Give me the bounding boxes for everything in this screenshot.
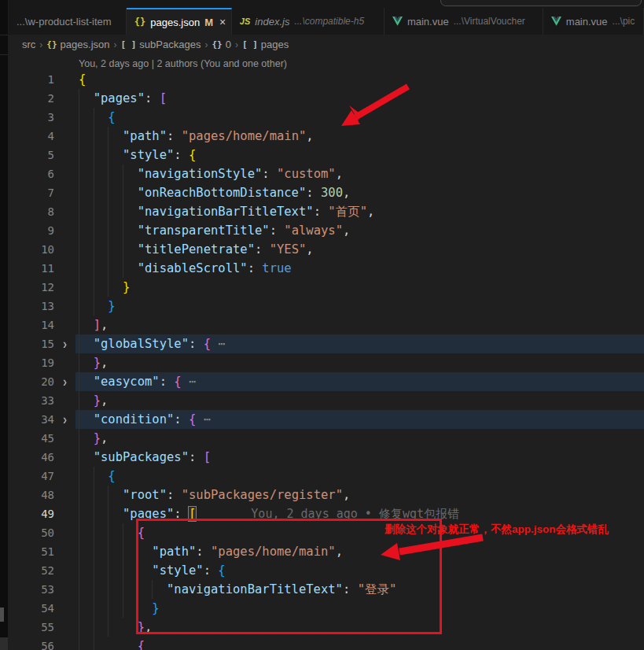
line-number: 53: [9, 583, 54, 596]
code-line-1[interactable]: 1{: [9, 70, 644, 89]
line-number: 4: [9, 130, 54, 142]
breadcrumb: src›{}pages.json›[ ]subPackages›{}0›[ ]p…: [9, 35, 644, 54]
line-number: 20: [9, 375, 54, 388]
chevron-right-icon: ›: [235, 39, 238, 50]
command-center[interactable]: [440, 0, 642, 6]
symbol-icon: [ ]: [242, 39, 258, 50]
line-number: 51: [9, 545, 54, 558]
line-number: 6: [9, 168, 54, 180]
code-line-2[interactable]: 2 "pages": [: [9, 89, 644, 108]
code-text: "path": "pages/home/main",: [75, 129, 314, 143]
vue-file-icon: [392, 17, 403, 26]
tab-index-js[interactable]: JSindex.js...\compatible-h5: [232, 8, 385, 35]
code-line-20[interactable]: 20❯ "easycom": { ⋯: [9, 372, 644, 391]
sidebar-scrollbar-thumb[interactable]: [0, 608, 4, 622]
panel-divider: [0, 54, 8, 55]
breadcrumb-item-pages[interactable]: [ ]pages: [242, 39, 289, 50]
line-number: 47: [9, 470, 54, 482]
code-text: "navigationBarTitleText": "首页",: [75, 204, 374, 220]
line-number: 1: [9, 73, 54, 86]
panel-divider: [0, 35, 8, 35]
fold-chevron-icon[interactable]: ❯: [54, 415, 75, 424]
symbol-icon: {}: [46, 39, 57, 50]
json-file-icon: {}: [134, 17, 145, 28]
codelens-authors[interactable]: You, 2 days ago | 2 authors (You and one…: [9, 54, 644, 70]
code-line-47[interactable]: 47 {: [9, 467, 644, 486]
javascript-file-icon: JS: [240, 17, 250, 26]
code-line-45[interactable]: 45 },: [9, 429, 644, 448]
tab-directory-hint: ...\compatible-h5: [294, 16, 364, 27]
panel-corner-block: [0, 637, 8, 650]
line-number: 55: [9, 621, 54, 633]
line-number: 7: [9, 187, 54, 199]
breadcrumb-label: pages.json: [61, 39, 110, 50]
breadcrumb-item-src[interactable]: src: [22, 39, 35, 50]
indent-guide: [94, 108, 94, 316]
symbol-icon: [ ]: [120, 39, 136, 50]
code-line-12[interactable]: 12 }: [9, 278, 644, 297]
fold-chevron-icon[interactable]: ❯: [54, 378, 75, 386]
code-line-7[interactable]: 7 "onReachBottomDistance": 300,: [9, 183, 644, 202]
breadcrumb-item-subpackages[interactable]: [ ]subPackages: [120, 39, 201, 50]
code-line-5[interactable]: 5 "style": {: [9, 146, 644, 164]
tab-label: main.vue: [407, 16, 449, 28]
vscode-window: ...\w-product-list-item{}pages.jsonM×JSi…: [0, 0, 644, 650]
code-line-14[interactable]: 14 ],: [9, 316, 644, 334]
line-number: 52: [9, 564, 54, 577]
fold-chevron-icon[interactable]: ❯: [54, 340, 75, 349]
code-line-6[interactable]: 6 "navigationStyle": "custom",: [9, 164, 644, 183]
tab-label: main.vue: [566, 16, 608, 28]
annotation-note-text: 删除这个对象就正常，不然app.json会格式错乱: [385, 523, 609, 537]
code-line-15[interactable]: 15❯ "globalStyle": { ⋯: [9, 334, 644, 353]
code-line-48[interactable]: 48 "root": "subPackages/register",: [9, 486, 644, 504]
line-number: 3: [9, 111, 54, 124]
line-number: 34: [9, 413, 54, 426]
code-line-56[interactable]: 56 {: [9, 637, 644, 650]
code-line-8[interactable]: 8 "navigationBarTitleText": "首页",: [9, 202, 644, 221]
indent-guide: [79, 89, 79, 650]
tab--w-product-list-item[interactable]: ...\w-product-list-item: [9, 8, 127, 35]
code-line-33[interactable]: 33 },: [9, 391, 644, 410]
code-text: }: [75, 299, 116, 313]
chevron-right-icon: ›: [204, 39, 208, 50]
code-line-11[interactable]: 11 "disableScroll": true: [9, 259, 644, 278]
code-line-10[interactable]: 10 "titlePenetrate": "YES",: [9, 240, 644, 259]
line-number: 14: [9, 319, 54, 331]
breadcrumb-item-0[interactable]: {}0: [212, 39, 230, 50]
tab-pages-json[interactable]: {}pages.jsonM×: [127, 8, 232, 35]
code-text: }: [75, 280, 130, 294]
code-text: "navigationStyle": "custom",: [75, 167, 343, 181]
indent-guide: [94, 467, 94, 650]
chevron-right-icon: ›: [39, 39, 42, 50]
indent-guide: [108, 127, 109, 297]
code-line-46[interactable]: 46 "subPackages": [: [9, 448, 644, 467]
line-number: 49: [9, 508, 54, 520]
tab-main-vue[interactable]: main.vue...\pic: [543, 8, 644, 35]
line-number: 15: [9, 338, 54, 350]
close-icon[interactable]: ×: [219, 16, 226, 28]
code-text: ],: [75, 318, 108, 332]
code-line-34[interactable]: 34❯ "condition": { ⋯: [9, 410, 644, 429]
line-number: 54: [9, 602, 54, 615]
code-text: "easycom": { ⋯: [75, 375, 196, 389]
line-number: 10: [9, 243, 54, 256]
tab-directory-hint: ...\VirtualVoucher: [454, 16, 525, 27]
line-number: 50: [9, 526, 54, 539]
title-bar: [9, 0, 644, 8]
tab-main-vue[interactable]: main.vue...\VirtualVoucher: [385, 8, 543, 35]
indent-guide: [108, 486, 109, 637]
code-line-9[interactable]: 9 "transparentTitle": "always",: [9, 221, 644, 240]
symbol-icon: {}: [212, 39, 222, 50]
code-line-4[interactable]: 4 "path": "pages/home/main",: [9, 127, 644, 146]
tab-label: ...\w-product-list-item: [17, 16, 112, 28]
code-line-3[interactable]: 3 {: [9, 108, 644, 127]
breadcrumb-item-pages-json[interactable]: {}pages.json: [46, 39, 109, 50]
line-number: 13: [9, 300, 54, 312]
code-text: "transparentTitle": "always",: [75, 223, 350, 238]
code-text: {: [75, 526, 145, 540]
code-line-13[interactable]: 13 }: [9, 297, 644, 316]
code-line-19[interactable]: 19 },: [9, 353, 644, 372]
modified-badge: M: [204, 17, 213, 28]
tab-bar: ...\w-product-list-item{}pages.jsonM×JSi…: [9, 8, 644, 35]
code-text: {: [75, 110, 116, 124]
